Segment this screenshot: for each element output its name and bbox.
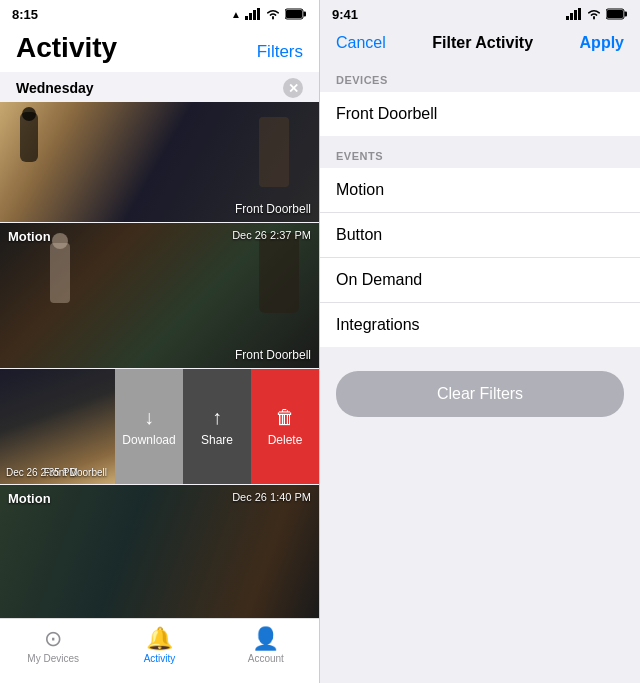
wifi-icon [265, 8, 281, 20]
section-day-header: Wednesday ✕ [0, 72, 319, 102]
my-devices-icon: ⊙ [41, 627, 65, 651]
card-2-label: Front Doorbell [235, 348, 311, 362]
activity-list: Front Doorbell Motion Dec 26 2:37 PM Fro… [0, 102, 319, 618]
card-4-date: Dec 26 1:40 PM [232, 491, 311, 503]
svg-rect-8 [570, 13, 573, 20]
tab-my-devices-label: My Devices [27, 653, 79, 664]
tab-my-devices[interactable]: ⊙ My Devices [0, 627, 106, 664]
right-status-icons [566, 8, 628, 20]
right-battery-icon [606, 8, 628, 20]
activity-card-1[interactable]: Front Doorbell [0, 102, 319, 222]
account-icon: 👤 [254, 627, 278, 651]
device-front-doorbell[interactable]: Front Doorbell [320, 92, 640, 136]
close-section-button[interactable]: ✕ [283, 78, 303, 98]
svg-rect-2 [253, 10, 256, 20]
svg-rect-13 [607, 10, 623, 18]
activity-card-4[interactable]: Motion Dec 26 1:40 PM [0, 485, 319, 618]
card-4-badge: Motion [8, 491, 51, 506]
event-integrations[interactable]: Integrations [320, 303, 640, 347]
tab-account[interactable]: 👤 Account [213, 627, 319, 664]
devices-list: Front Doorbell [320, 92, 640, 136]
trash-icon: 🗑 [275, 406, 295, 429]
svg-rect-10 [578, 8, 581, 20]
right-time: 9:41 [332, 7, 358, 22]
filters-button[interactable]: Filters [257, 42, 303, 64]
activity-card-3[interactable]: Dec 26 2:35 PM Front Doorbell ↓ Download… [0, 369, 319, 484]
left-panel: 8:15 ▲ Activity Filters [0, 0, 320, 683]
right-signal-icon [566, 8, 582, 20]
events-list: Motion Button On Demand Integrations [320, 168, 640, 347]
event-motion[interactable]: Motion [320, 168, 640, 213]
activity-icon: 🔔 [147, 627, 171, 651]
event-on-demand[interactable]: On Demand [320, 258, 640, 303]
devices-section-label: DEVICES [320, 60, 640, 92]
share-icon: ↑ [212, 406, 222, 429]
tab-bar: ⊙ My Devices 🔔 Activity 👤 Account [0, 618, 319, 683]
download-icon: ↓ [144, 406, 154, 429]
filter-title: Filter Activity [432, 34, 533, 52]
tab-activity[interactable]: 🔔 Activity [106, 627, 212, 664]
share-label: Share [201, 433, 233, 447]
svg-rect-7 [566, 16, 569, 20]
card-2-date: Dec 26 2:37 PM [232, 229, 311, 241]
share-button[interactable]: ↑ Share [183, 369, 251, 484]
card-3-thumb: Dec 26 2:35 PM Front Doorbell [0, 369, 115, 484]
download-label: Download [122, 433, 175, 447]
left-status-bar: 8:15 ▲ [0, 0, 319, 28]
delete-label: Delete [268, 433, 303, 447]
signal-icon [245, 8, 261, 20]
svg-rect-6 [286, 10, 302, 18]
svg-rect-3 [257, 8, 260, 20]
right-status-bar: 9:41 [320, 0, 640, 28]
tab-account-label: Account [248, 653, 284, 664]
svg-rect-1 [249, 13, 252, 20]
card-2-badge: Motion [8, 229, 51, 244]
download-button[interactable]: ↓ Download [115, 369, 183, 484]
svg-rect-12 [625, 12, 628, 17]
svg-rect-0 [245, 16, 248, 20]
location-icon: ▲ [231, 9, 241, 20]
battery-icon [285, 8, 307, 20]
clear-filters-button[interactable]: Clear Filters [336, 371, 624, 417]
card-1-label: Front Doorbell [235, 202, 311, 216]
section-day-label: Wednesday [16, 80, 94, 96]
tab-activity-label: Activity [144, 653, 176, 664]
card-3-actions: ↓ Download ↑ Share 🗑 Delete [115, 369, 319, 484]
event-button[interactable]: Button [320, 213, 640, 258]
card-3-label: Front Doorbell [44, 467, 107, 478]
right-panel: 9:41 Cancel Filter Activity Apply [320, 0, 640, 683]
left-status-icons: ▲ [231, 8, 307, 20]
apply-button[interactable]: Apply [580, 34, 624, 52]
activity-card-2[interactable]: Motion Dec 26 2:37 PM Front Doorbell [0, 223, 319, 368]
svg-rect-5 [304, 12, 307, 17]
right-wifi-icon [586, 8, 602, 20]
events-section-label: EVENTS [320, 136, 640, 168]
cancel-button[interactable]: Cancel [336, 34, 386, 52]
left-time: 8:15 [12, 7, 38, 22]
filter-header: Cancel Filter Activity Apply [320, 28, 640, 60]
svg-rect-9 [574, 10, 577, 20]
activity-title: Activity [16, 32, 117, 64]
delete-button[interactable]: 🗑 Delete [251, 369, 319, 484]
left-header: Activity Filters [0, 28, 319, 72]
